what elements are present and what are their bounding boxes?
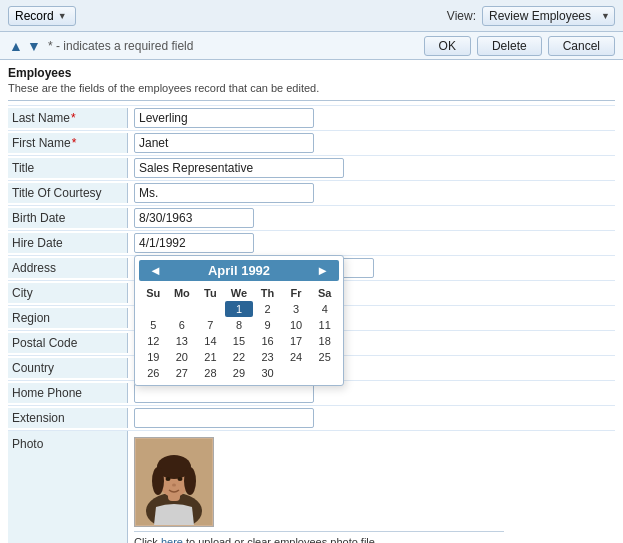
calendar-next-button[interactable]: ►	[312, 263, 333, 278]
calendar-prev-button[interactable]: ◄	[145, 263, 166, 278]
first-name-input[interactable]	[134, 133, 314, 153]
calendar-day-cell[interactable]: 20	[168, 349, 197, 365]
hire-date-input[interactable]	[134, 233, 254, 253]
calendar-day-cell[interactable]: 29	[225, 365, 254, 381]
calendar-day-cell	[139, 301, 168, 317]
city-label: City	[8, 283, 128, 303]
calendar-day-cell	[168, 301, 197, 317]
first-name-value	[128, 131, 615, 155]
calendar-day-cell[interactable]: 23	[253, 349, 282, 365]
employee-photo	[136, 439, 212, 525]
calendar-day-cell[interactable]: 7	[196, 317, 225, 333]
calendar-day-cell[interactable]: 19	[139, 349, 168, 365]
birth-date-input[interactable]	[134, 208, 254, 228]
cal-header-we: We	[225, 285, 254, 301]
calendar-day-cell[interactable]: 25	[310, 349, 339, 365]
calendar-week-row: 2627282930	[139, 365, 339, 381]
calendar-month-year: April 1992	[208, 263, 270, 278]
calendar-day-cell[interactable]: 9	[253, 317, 282, 333]
calendar-day-cell	[282, 365, 311, 381]
calendar-week-row: 1234	[139, 301, 339, 317]
last-name-input[interactable]	[134, 108, 314, 128]
calendar-popup: ◄ April 1992 ► Su Mo Tu We	[134, 255, 344, 386]
calendar-day-cell[interactable]: 27	[168, 365, 197, 381]
svg-point-8	[166, 477, 171, 481]
calendar-day-cell[interactable]: 14	[196, 333, 225, 349]
required-note: * - indicates a required field	[48, 39, 193, 53]
home-phone-label: Home Phone	[8, 383, 128, 403]
last-name-required: *	[71, 111, 76, 125]
calendar-day-cell[interactable]: 8	[225, 317, 254, 333]
calendar-day-cell[interactable]: 11	[310, 317, 339, 333]
first-name-required: *	[72, 136, 77, 150]
calendar-week-row: 567891011	[139, 317, 339, 333]
hire-date-row: Hire Date ◄ April 1992 ►	[8, 231, 615, 256]
extension-label: Extension	[8, 408, 128, 428]
calendar-day-cell[interactable]: 16	[253, 333, 282, 349]
calendar-day-cell[interactable]: 30	[253, 365, 282, 381]
home-phone-input[interactable]	[134, 383, 314, 403]
birth-date-value	[128, 206, 615, 230]
nav-left: ▲ ▼ * - indicates a required field	[8, 38, 193, 54]
svg-point-9	[178, 477, 183, 481]
calendar-week-row: 19202122232425	[139, 349, 339, 365]
svg-point-10	[172, 484, 176, 487]
first-name-row: First Name*	[8, 131, 615, 156]
region-label: Region	[8, 308, 128, 328]
calendar-day-cell[interactable]: 1	[225, 301, 254, 317]
view-select[interactable]: Review Employees Edit Employees List Emp…	[482, 6, 615, 26]
calendar-day-cell[interactable]: 12	[139, 333, 168, 349]
calendar-day-cell[interactable]: 10	[282, 317, 311, 333]
cal-header-fr: Fr	[282, 285, 311, 301]
delete-button[interactable]: Delete	[477, 36, 542, 56]
nav-down-arrow[interactable]: ▼	[26, 38, 42, 54]
calendar-day-cell[interactable]: 4	[310, 301, 339, 317]
address-label: Address	[8, 258, 128, 278]
country-label: Country	[8, 358, 128, 378]
calendar-day-cell[interactable]: 15	[225, 333, 254, 349]
calendar-day-cell	[310, 365, 339, 381]
record-label: Record	[15, 9, 54, 23]
calendar-day-cell[interactable]: 6	[168, 317, 197, 333]
hire-date-value: ◄ April 1992 ► Su Mo Tu We	[128, 231, 615, 255]
cal-header-tu: Tu	[196, 285, 225, 301]
calendar-day-cell[interactable]: 2	[253, 301, 282, 317]
nav-up-arrow[interactable]: ▲	[8, 38, 24, 54]
extension-input[interactable]	[134, 408, 314, 428]
calendar-header: ◄ April 1992 ►	[139, 260, 339, 281]
nav-arrows: ▲ ▼	[8, 38, 42, 54]
ok-button[interactable]: OK	[424, 36, 471, 56]
view-label: View:	[447, 9, 476, 23]
calendar-day-cell[interactable]: 28	[196, 365, 225, 381]
calendar-day-cell[interactable]: 24	[282, 349, 311, 365]
photo-upload-link[interactable]: here	[161, 536, 183, 543]
title-courtesy-input[interactable]	[134, 183, 314, 203]
title-input[interactable]	[134, 158, 344, 178]
calendar-day-cell[interactable]: 26	[139, 365, 168, 381]
photo-value: Click here to upload or clear employees …	[128, 431, 615, 543]
calendar-day-cell[interactable]: 17	[282, 333, 311, 349]
section-divider	[8, 100, 615, 101]
last-name-row: Last Name*	[8, 105, 615, 131]
calendar-day-cell	[196, 301, 225, 317]
last-name-label: Last Name*	[8, 108, 128, 128]
photo-row: Photo	[8, 431, 615, 543]
toolbar-left: Record ▼	[8, 6, 76, 26]
title-label: Title	[8, 158, 128, 178]
photo-box	[134, 437, 214, 527]
calendar-week-row: 12131415161718	[139, 333, 339, 349]
calendar-day-cell[interactable]: 18	[310, 333, 339, 349]
calendar-day-cell[interactable]: 13	[168, 333, 197, 349]
cal-header-mo: Mo	[168, 285, 197, 301]
calendar-day-headers: Su Mo Tu We Th Fr Sa	[139, 285, 339, 301]
calendar-day-cell[interactable]: 3	[282, 301, 311, 317]
toolbar: Record ▼ View: Review Employees Edit Emp…	[0, 0, 623, 32]
calendar-day-cell[interactable]: 21	[196, 349, 225, 365]
birth-date-row: Birth Date	[8, 206, 615, 231]
title-value	[128, 156, 615, 180]
calendar-day-cell[interactable]: 5	[139, 317, 168, 333]
record-button[interactable]: Record ▼	[8, 6, 76, 26]
svg-point-6	[152, 467, 164, 495]
calendar-day-cell[interactable]: 22	[225, 349, 254, 365]
cancel-button[interactable]: Cancel	[548, 36, 615, 56]
